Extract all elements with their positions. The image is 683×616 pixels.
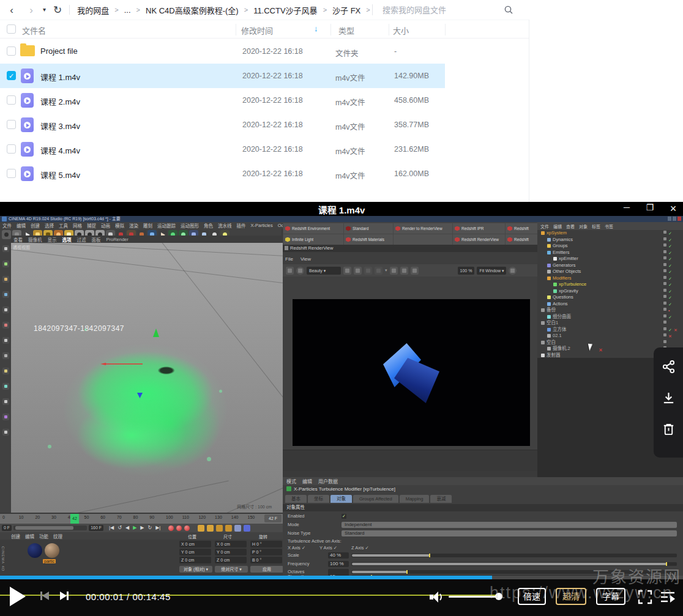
rv-beauty-dropdown[interactable]: Beauty ▾	[307, 267, 341, 275]
file-name[interactable]: 课程 2.m4v	[40, 95, 80, 107]
object-tree-item[interactable]: xpEmitter✓	[537, 256, 683, 262]
timeline-scrollbar[interactable]	[13, 525, 87, 530]
axis-checkbox[interactable]: Y Axis ✓	[319, 545, 337, 551]
coords-mode-dropdown[interactable]: 对象 (相对) ▾	[179, 566, 212, 573]
menu-item[interactable]: 编辑	[25, 533, 34, 540]
object-tree-item[interactable]: 空白1	[537, 320, 683, 327]
coords-field[interactable]: Y 0 cm	[179, 549, 211, 555]
object-tree-item[interactable]: Other Objects✓	[537, 269, 683, 275]
rv-caret-icon[interactable]: ▾	[385, 268, 387, 273]
row-checkbox[interactable]	[7, 169, 16, 178]
back-icon[interactable]: ‹	[6, 5, 17, 15]
attribute-slider[interactable]	[351, 562, 677, 566]
refresh-icon[interactable]: ↻	[53, 5, 62, 15]
fullscreen-icon[interactable]	[638, 590, 652, 604]
download-icon[interactable]	[662, 391, 676, 405]
tool-icon[interactable]	[2, 276, 9, 283]
col-name[interactable]: 文件名	[22, 24, 46, 36]
attribute-section-header[interactable]: 对象属性	[283, 504, 683, 511]
key-icon[interactable]	[225, 525, 232, 532]
key-icon[interactable]	[207, 525, 214, 532]
menu-item[interactable]: 网格	[73, 222, 82, 229]
file-name[interactable]: Project file	[40, 46, 78, 56]
menu-item[interactable]: 查看	[13, 236, 23, 243]
object-tree-item[interactable]: Modifiers✓	[537, 275, 683, 282]
layer-dot-icon[interactable]	[663, 276, 666, 279]
attribute-value-field[interactable]: 40 %	[328, 552, 349, 558]
timeline-ruler[interactable]: 0102030405060708090100110120130140150164…	[0, 514, 283, 524]
layer-dot-icon[interactable]	[663, 333, 666, 336]
shelf-button[interactable]: Render to RenderView	[394, 223, 452, 234]
layer-dot-icon[interactable]	[663, 282, 666, 285]
shelf-button[interactable]: Redshift	[506, 234, 540, 245]
file-name[interactable]: 课程 4.m4v	[40, 144, 80, 156]
menu-item[interactable]: View	[300, 256, 311, 262]
menu-item[interactable]: 选择	[45, 222, 54, 229]
attribute-dropdown[interactable]: Standard	[342, 530, 677, 536]
select-all-checkbox[interactable]	[7, 24, 16, 34]
object-tree-item[interactable]: Groups✓	[537, 243, 683, 250]
transport-icon[interactable]: ▶	[140, 524, 144, 532]
menu-item[interactable]: File	[285, 256, 293, 262]
menu-item[interactable]: 文件	[540, 223, 549, 229]
layer-dot-icon[interactable]	[663, 237, 666, 240]
menu-item[interactable]: 纹理	[53, 533, 62, 540]
object-tree-item[interactable]: xpTurbulence✓	[537, 281, 683, 288]
shelf-button[interactable]	[394, 234, 452, 245]
key-icon[interactable]	[244, 525, 250, 532]
transport-icon[interactable]: ▶	[133, 524, 136, 532]
attribute-tab[interactable]: Mapping	[400, 495, 430, 503]
file-name[interactable]: 课程 3.m4v	[40, 120, 80, 132]
layer-dot-icon[interactable]	[663, 314, 666, 317]
row-checkbox[interactable]	[7, 120, 16, 129]
shelf-button[interactable]: Standard	[344, 223, 393, 234]
range-start-field[interactable]: 0 F	[2, 525, 12, 531]
axis-checkbox[interactable]: X Axis ✓	[288, 545, 305, 551]
layer-dot-icon[interactable]	[663, 302, 666, 305]
menu-item[interactable]: 编辑	[302, 478, 312, 484]
search-icon[interactable]	[504, 5, 513, 15]
delete-icon[interactable]	[662, 422, 676, 436]
key-icon[interactable]	[216, 525, 223, 532]
tool-icon[interactable]	[2, 322, 9, 328]
coords-field[interactable]: X 0 cm	[215, 541, 247, 547]
volume-icon[interactable]	[428, 589, 446, 605]
attribute-tab[interactable]: 衰减	[430, 495, 452, 503]
object-tree-item[interactable]: Generators✓	[537, 262, 683, 269]
shelf-button[interactable]: Redshift	[506, 223, 540, 234]
transport-icon[interactable]: ↺	[118, 524, 122, 532]
table-row[interactable]: 课程 4.m4v2020-12-22 16:18m4v文件231.62MB	[0, 137, 445, 161]
forward-icon[interactable]: ›	[26, 5, 37, 15]
rv-tool-icon[interactable]	[364, 267, 372, 275]
object-tree-item[interactable]: xpGravity✓	[537, 288, 683, 295]
speed-button[interactable]: 倍速	[518, 588, 546, 605]
tool-icon[interactable]	[2, 306, 9, 313]
key-icon[interactable]	[234, 525, 241, 532]
object-tree-item[interactable]: 细分曲面✓	[537, 314, 683, 321]
record-icon[interactable]	[176, 525, 182, 531]
menu-item[interactable]: 编辑	[17, 222, 26, 229]
transport-icon[interactable]: ↻	[147, 524, 152, 532]
layer-dot-icon[interactable]	[663, 321, 666, 324]
table-row[interactable]: 课程 3.m4v2020-12-22 16:18m4v文件358.77MB	[0, 113, 445, 137]
apply-button[interactable]: 应用	[250, 566, 283, 573]
tool-icon[interactable]	[2, 261, 9, 267]
renderview-title[interactable]: Redshift RenderView	[283, 245, 537, 252]
tool-icon[interactable]	[2, 245, 9, 252]
coords-field[interactable]: Y 0 cm	[215, 549, 247, 555]
coords-field[interactable]: H 0 °	[250, 541, 282, 547]
coords-field[interactable]: Z 0 cm	[215, 557, 247, 563]
menu-item[interactable]: 运动跟踪	[157, 222, 176, 229]
player-titlebar[interactable]: 课程 1.m4v ─ ❐ ×	[0, 202, 683, 216]
row-checkbox[interactable]	[7, 144, 16, 154]
file-name[interactable]: 课程 1.m4v	[40, 71, 80, 83]
menu-item[interactable]: 模拟	[115, 222, 124, 229]
layer-dot-icon[interactable]	[663, 250, 666, 253]
shelf-button[interactable]: Redshift RenderView	[453, 234, 505, 245]
playlist-icon[interactable]	[660, 590, 676, 604]
object-tree-item[interactable]: Emitters✓	[537, 250, 683, 256]
material-label[interactable]: partic	[43, 559, 56, 563]
layer-dot-icon[interactable]	[663, 308, 666, 311]
timeline-playhead[interactable]: 42	[70, 514, 79, 524]
menu-item[interactable]: 用户数据	[318, 478, 338, 484]
